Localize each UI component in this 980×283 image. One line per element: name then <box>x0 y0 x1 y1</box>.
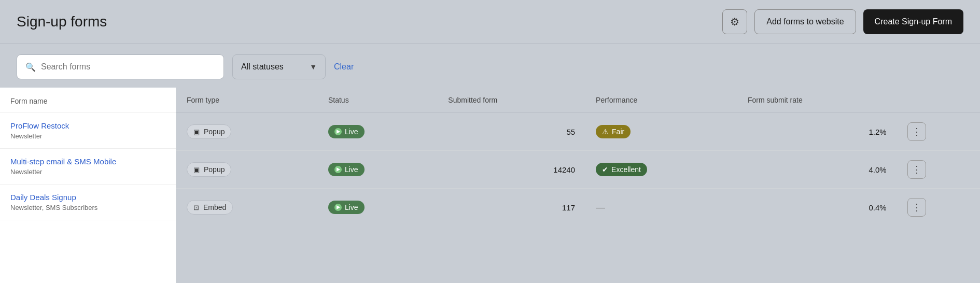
search-box: 🔍 <box>17 54 224 79</box>
status-badge: Live <box>328 163 365 176</box>
type-icon: ▣ <box>193 166 200 174</box>
cell-submit-rate: 4.0% <box>737 151 897 189</box>
form-type-badge: ▣ Popup <box>187 162 231 177</box>
cell-actions: ⋮ <box>897 113 980 151</box>
status-select[interactable]: All statuses ▼ <box>232 54 326 79</box>
status-badge: Live <box>328 201 365 214</box>
table-body: ▣ Popup Live 55⚠Fair1.2% ⋮ ▣ Popup Live … <box>176 113 980 227</box>
search-input[interactable] <box>41 62 215 72</box>
col-actions <box>897 88 980 113</box>
cell-submitted-form: 55 <box>438 113 585 151</box>
table-row: ▣ Popup Live 14240✔Excellent4.0% ⋮ <box>176 151 980 189</box>
check-icon: ✔ <box>602 165 608 174</box>
form-item-sub: Newsletter <box>10 168 165 176</box>
play-icon <box>337 205 340 209</box>
form-item-name: Multi-step email & SMS Mobile <box>10 157 165 166</box>
cell-performance: ⚠Fair <box>585 113 737 151</box>
col-status: Status <box>318 88 438 113</box>
live-dot-icon <box>334 128 342 135</box>
table-row: ⊡ Embed Live 117—0.4% ⋮ <box>176 189 980 227</box>
left-panel: Form name ProFlow Restock Newsletter Mul… <box>0 88 176 283</box>
cell-actions: ⋮ <box>897 151 980 189</box>
col-form-type: Form type <box>176 88 318 113</box>
cell-status: Live <box>318 113 438 151</box>
table-header-row: Form type Status Submitted form Performa… <box>176 88 980 113</box>
live-dot-icon <box>334 204 342 211</box>
forms-table: Form type Status Submitted form Performa… <box>176 88 980 226</box>
gear-button[interactable]: ⚙ <box>722 9 747 34</box>
performance-dash: — <box>596 202 605 213</box>
cell-submitted-form: 117 <box>438 189 585 227</box>
status-select-value: All statuses <box>241 62 284 72</box>
more-options-button[interactable]: ⋮ <box>907 160 926 179</box>
gear-icon: ⚙ <box>730 16 739 28</box>
cell-submit-rate: 1.2% <box>737 113 897 151</box>
form-item-sub: Newsletter, SMS Subscribers <box>10 204 165 211</box>
form-type-badge: ⊡ Embed <box>187 200 233 215</box>
chevron-down-icon: ▼ <box>310 63 317 71</box>
cell-actions: ⋮ <box>897 189 980 227</box>
cell-submitted-form: 14240 <box>438 151 585 189</box>
form-name-column-header: Form name <box>0 88 176 113</box>
cell-form-type: ⊡ Embed <box>176 189 318 227</box>
cell-form-type: ▣ Popup <box>176 151 318 189</box>
right-panel: Form type Status Submitted form Performa… <box>176 88 980 283</box>
form-item-name: Daily Deals Signup <box>10 193 165 202</box>
type-icon: ⊡ <box>193 204 199 211</box>
play-icon <box>337 130 340 134</box>
list-item[interactable]: Daily Deals Signup Newsletter, SMS Subsc… <box>0 185 176 220</box>
cell-performance: ✔Excellent <box>585 151 737 189</box>
more-options-button[interactable]: ⋮ <box>907 122 926 141</box>
list-item[interactable]: Multi-step email & SMS Mobile Newsletter <box>0 149 176 185</box>
table-row: ▣ Popup Live 55⚠Fair1.2% ⋮ <box>176 113 980 151</box>
cell-status: Live <box>318 189 438 227</box>
warning-icon: ⚠ <box>602 128 609 136</box>
performance-badge: ✔Excellent <box>596 163 647 176</box>
page-title: Sign-up forms <box>17 13 107 30</box>
create-signup-form-button[interactable]: Create Sign-up Form <box>863 9 963 34</box>
status-badge: Live <box>328 125 365 138</box>
cell-submit-rate: 0.4% <box>737 189 897 227</box>
add-forms-button[interactable]: Add forms to website <box>754 9 856 34</box>
main-content: Form name ProFlow Restock Newsletter Mul… <box>0 88 980 283</box>
form-item-sub: Newsletter <box>10 132 165 140</box>
col-submitted-form: Submitted form <box>438 88 585 113</box>
form-item-name: ProFlow Restock <box>10 121 165 130</box>
cell-form-type: ▣ Popup <box>176 113 318 151</box>
list-item[interactable]: ProFlow Restock Newsletter <box>0 113 176 149</box>
performance-badge: ⚠Fair <box>596 125 631 138</box>
type-icon: ▣ <box>193 128 200 136</box>
cell-performance: — <box>585 189 737 227</box>
page-header: Sign-up forms ⚙ Add forms to website Cre… <box>0 0 980 44</box>
toolbar: 🔍 All statuses ▼ Clear <box>0 44 980 88</box>
cell-status: Live <box>318 151 438 189</box>
more-options-button[interactable]: ⋮ <box>907 198 926 217</box>
clear-button[interactable]: Clear <box>334 62 354 72</box>
col-performance: Performance <box>585 88 737 113</box>
search-icon: 🔍 <box>25 62 36 72</box>
live-dot-icon <box>334 166 342 173</box>
col-submit-rate: Form submit rate <box>737 88 897 113</box>
play-icon <box>337 167 340 172</box>
header-actions: ⚙ Add forms to website Create Sign-up Fo… <box>722 9 963 34</box>
form-type-badge: ▣ Popup <box>187 124 231 139</box>
form-list: ProFlow Restock Newsletter Multi-step em… <box>0 113 176 220</box>
